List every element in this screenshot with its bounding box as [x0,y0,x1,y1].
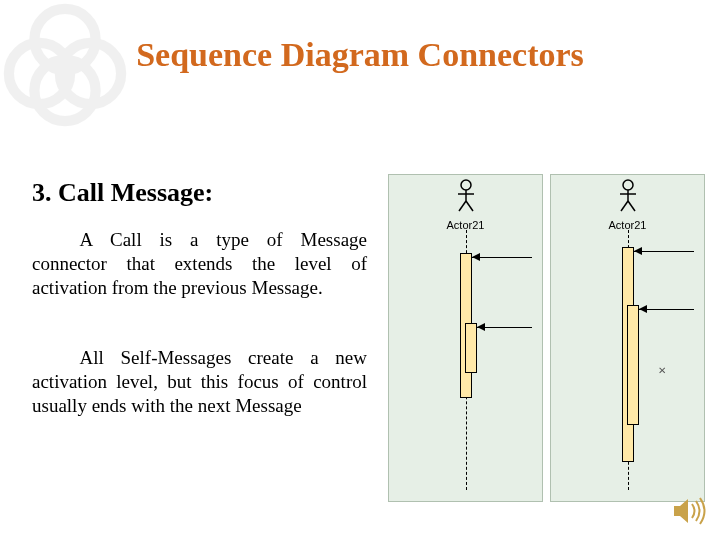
actor-stickfigure: Actor21 [598,179,658,231]
section-heading: 3. Call Message: [32,178,213,208]
message-arrow-in-1 [472,257,532,258]
message-arrow-in-2 [639,309,694,310]
svg-line-13 [628,201,635,211]
actor-stickfigure: Actor21 [436,179,496,231]
message-arrow-in-2 [477,327,532,328]
slide-title: Sequence Diagram Connectors [0,36,720,74]
svg-marker-14 [674,499,688,523]
svg-line-8 [466,201,473,211]
arrowhead-icon [639,305,647,313]
activation-bar-nested [627,305,639,425]
figure-right: Actor21 ✕ [550,174,705,502]
message-arrow-in-1 [634,251,694,252]
svg-point-9 [623,180,633,190]
paragraph-1: A Call is a type of Message connector th… [32,228,367,299]
svg-line-12 [621,201,628,211]
arrowhead-icon [634,247,642,255]
svg-point-4 [461,180,471,190]
arrowhead-icon [472,253,480,261]
figure-left: Actor21 [388,174,543,502]
paragraph-2: All Self-Messages create a new activatio… [32,346,367,417]
activation-bar-nested [465,323,477,373]
svg-line-7 [459,201,466,211]
arrowhead-icon [477,323,485,331]
destroy-marker: ✕ [658,365,666,376]
audio-speaker-icon [672,496,706,530]
watermark-logo [0,0,150,154]
